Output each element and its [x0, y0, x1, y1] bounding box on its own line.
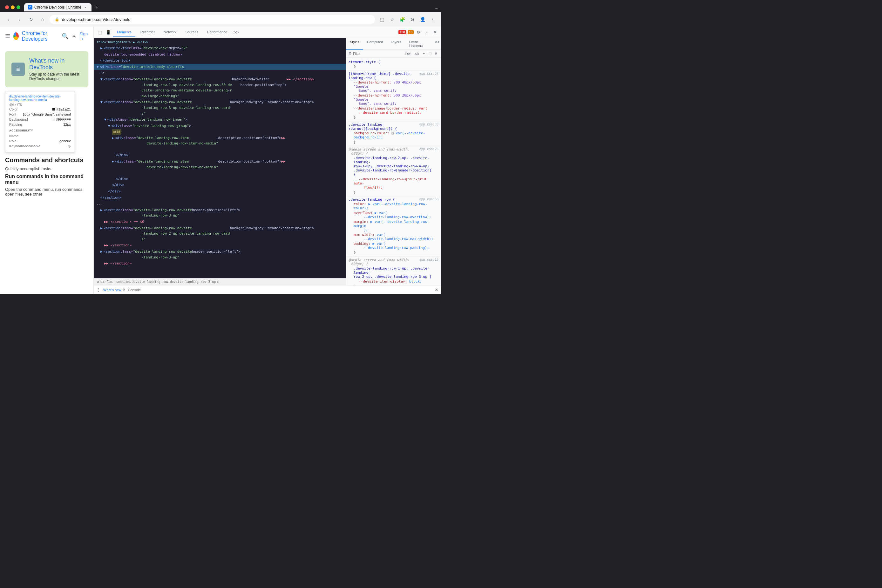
- tree-line[interactable]: </section>: [94, 195, 346, 201]
- tree-line[interactable]: </div>: [94, 176, 346, 182]
- color-swatch: [52, 108, 55, 111]
- close-devtools-icon[interactable]: ✕: [431, 29, 439, 36]
- lock-icon: 🔒: [55, 17, 59, 22]
- close-button[interactable]: [5, 5, 9, 9]
- url-text: developer.chrome.com/docs/devtools: [62, 17, 130, 22]
- back-icon: ‹: [8, 17, 9, 22]
- bg-value: #FFFFFF: [52, 117, 71, 121]
- devtools-toolbar-right: 168 10 ⚙ ⋮ ✕: [398, 29, 439, 36]
- whats-new-tab[interactable]: What's new ✕: [103, 288, 126, 292]
- tree-line[interactable]: role="navigation"> ▶ </div>: [94, 39, 346, 45]
- whats-new-close-button[interactable]: ✕: [123, 288, 126, 292]
- tree-line[interactable]: ...: [94, 201, 346, 207]
- tab-layout[interactable]: Layout: [387, 38, 405, 50]
- tab-elements[interactable]: Elements: [113, 28, 135, 36]
- extensions-icon[interactable]: 🧩: [398, 15, 407, 24]
- tab-computed[interactable]: Computed: [363, 38, 387, 50]
- breadcrumb-arrow: ▶: [217, 280, 219, 284]
- style-prop: }: [349, 64, 439, 69]
- sign-in-button[interactable]: Sign in: [80, 32, 88, 41]
- url-bar[interactable]: 🔒 developer.chrome.com/docs/devtools: [50, 15, 375, 24]
- device-toolbar-icon[interactable]: 📱: [105, 29, 112, 36]
- forward-button[interactable]: ›: [15, 15, 24, 24]
- tree-line[interactable]: </div>: [94, 182, 346, 188]
- tab-label: Chrome DevTools | Chrome: [34, 5, 81, 9]
- tree-line[interactable]: </devsite-toc>: [94, 57, 346, 64]
- style-copy-icon[interactable]: ⎘: [434, 51, 439, 56]
- devtools-more-icon[interactable]: ⋮: [423, 29, 430, 36]
- profile-icon[interactable]: 👤: [418, 15, 427, 24]
- pseudo-hov-button[interactable]: :hov: [403, 51, 412, 56]
- add-style-rule-icon[interactable]: +: [422, 51, 426, 56]
- hamburger-menu-icon[interactable]: ☰: [5, 33, 10, 40]
- html-tree[interactable]: role="navigation"> ▶ </div> ▶ <devsite-t…: [94, 38, 346, 278]
- console-bar: ⋮ What's new ✕ Console ✕: [94, 285, 441, 294]
- pseudo-cls-button[interactable]: .cls: [413, 51, 420, 56]
- tree-line[interactable]: ▼ <div class="devsite-landing-row-group"…: [94, 123, 346, 129]
- tree-line[interactable]: ▶ <div class="devsite-landing-row-item d…: [94, 158, 346, 176]
- bookmark-icon[interactable]: ☆: [388, 15, 397, 24]
- filter-input[interactable]: [353, 52, 402, 56]
- tree-line[interactable]: ▶ <section class="devsite-landing-row de…: [94, 207, 346, 219]
- breadcrumb-section[interactable]: section.devsite-landing-row.devsite-land…: [116, 280, 216, 284]
- new-tab-button[interactable]: +: [93, 3, 101, 11]
- tooltip-class: div.devsite-landing-row-item.devsite-lan…: [9, 94, 71, 102]
- tree-line[interactable]: devsite-toc-embedded disabled hidden>: [94, 51, 346, 58]
- search-icon[interactable]: 🔍: [62, 33, 69, 40]
- tree-line-selected[interactable]: ▼ <div class="devsite-article-body clear…: [94, 64, 346, 70]
- tree-line[interactable]: ▼ <div class="devsite-landing-row-inner"…: [94, 117, 346, 123]
- refresh-button[interactable]: ↻: [27, 15, 36, 24]
- home-button[interactable]: ⌂: [38, 15, 47, 24]
- back-button[interactable]: ‹: [4, 15, 13, 24]
- tab-sources[interactable]: Sources: [182, 28, 202, 36]
- run-subtitle: Open the command menu, run commands, ope…: [5, 187, 88, 196]
- tooltip-name-row: Name: [9, 134, 71, 138]
- tree-line[interactable]: </div>: [94, 188, 346, 195]
- style-prop: }: [349, 190, 439, 195]
- tab-styles[interactable]: Styles: [346, 38, 363, 50]
- whats-new-label: What's new: [103, 288, 122, 292]
- tab-performance[interactable]: Performance: [203, 28, 231, 36]
- tree-line[interactable]: </div>: [94, 152, 346, 158]
- tree-line[interactable]: ▶ <section class="devsite-landing-row de…: [94, 225, 346, 243]
- warnings-badge: 10: [408, 30, 414, 34]
- style-rule-element: element.style { }: [346, 59, 441, 70]
- tree-line[interactable]: ▶ <div class="devsite-landing-row-item d…: [94, 135, 346, 152]
- padding-label: Padding: [9, 123, 22, 126]
- style-selector: element.style {: [349, 60, 439, 64]
- more-style-tabs-icon[interactable]: >>: [433, 38, 441, 50]
- tree-line[interactable]: ▼ <section class="devsite-landing-row de…: [94, 99, 346, 117]
- tree-line[interactable]: ▶▶ </section>: [94, 260, 346, 267]
- inspect-element-icon[interactable]: ⬚: [96, 29, 104, 36]
- tree-line[interactable]: ▶ <devsite-toc class="devsite-nav" depth…: [94, 45, 346, 51]
- console-grip-icon: ⋮: [96, 287, 101, 292]
- new-style-sheet-icon[interactable]: ⬚: [427, 51, 433, 56]
- more-tabs-icon[interactable]: >>: [232, 28, 240, 36]
- tab-overflow-icon[interactable]: ⌄: [434, 4, 439, 10]
- menu-icon[interactable]: ⋮: [428, 15, 437, 24]
- tree-line[interactable]: ">: [94, 70, 346, 76]
- theme-toggle-icon[interactable]: ☀: [72, 33, 76, 39]
- tree-line[interactable]: grid: [94, 129, 346, 135]
- tab-network[interactable]: Network: [160, 28, 180, 36]
- maximize-button[interactable]: [17, 5, 20, 9]
- google-account-icon[interactable]: G: [408, 15, 417, 24]
- forward-icon: ›: [19, 17, 21, 22]
- tab-devtools[interactable]: C Chrome DevTools | Chrome ×: [24, 3, 92, 11]
- cast-icon[interactable]: ⬚: [377, 15, 386, 24]
- console-tab[interactable]: Console: [128, 288, 141, 292]
- tab-close-button[interactable]: ×: [83, 5, 88, 9]
- close-console-bar-button[interactable]: ✕: [435, 287, 439, 292]
- tree-line[interactable]: ▼ <section class="devsite-landing-row de…: [94, 76, 346, 99]
- tree-line[interactable]: ▶ <section class="devsite-landing-row de…: [94, 249, 346, 260]
- tab-event-listeners[interactable]: Event Listeners: [405, 38, 433, 50]
- tree-line[interactable]: ▶▶ </section>: [94, 242, 346, 249]
- breadcrumb-earfix[interactable]: ◀ earfix.: [96, 280, 114, 284]
- page-header: ☰ Chrome for Developers 🔍 ☀ Sign in: [0, 27, 93, 46]
- tab-recorder[interactable]: Recorder: [137, 28, 159, 36]
- settings-icon[interactable]: ⚙: [415, 29, 422, 36]
- role-value: generic: [59, 139, 71, 143]
- tree-line[interactable]: ▶▶ </section> == $0: [94, 219, 346, 225]
- hero-text: What's new in DevTools Stay up to date w…: [29, 57, 82, 81]
- minimize-button[interactable]: [11, 5, 15, 9]
